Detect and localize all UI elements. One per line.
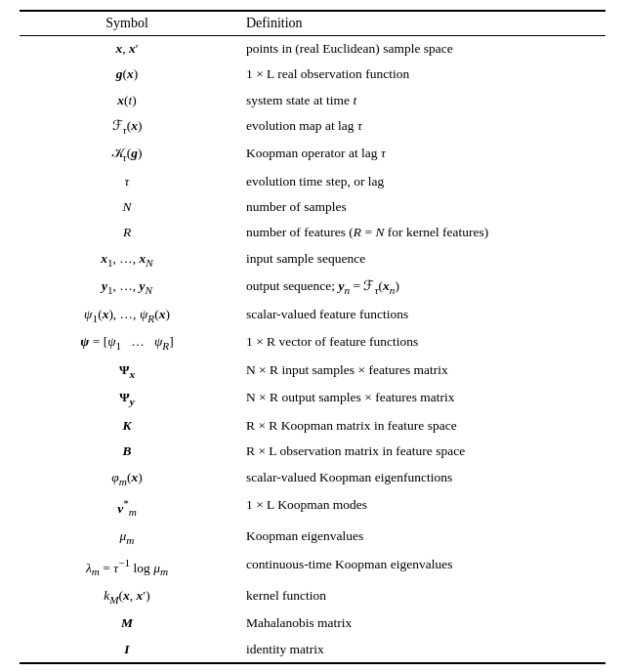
- table-row-definition: 1 × R vector of feature functions: [234, 329, 605, 357]
- table-row-definition: output sequence; yn = ℱτ(xn): [234, 273, 605, 302]
- table-row-symbol: ψ1(x), …, ψR(x): [20, 302, 234, 330]
- table-row-symbol: R: [20, 220, 234, 245]
- table-row-definition: continuous-time Koopman eigenvalues: [234, 552, 605, 583]
- table-row-definition: points in (real Euclidean) sample space: [234, 36, 605, 63]
- table-row-symbol: K: [20, 413, 234, 439]
- table-row-symbol: φm(x): [20, 465, 234, 493]
- table-row-symbol: ψ = [ψ1 … ψR]: [20, 329, 234, 357]
- table-row-symbol: M: [20, 610, 234, 636]
- table-row-symbol: λm = τ−1 log μm: [20, 552, 234, 583]
- table-row-definition: number of features (R = N for kernel fea…: [234, 220, 605, 245]
- table-row-symbol: x(t): [20, 88, 234, 113]
- table-row-definition: identity matrix: [234, 637, 605, 663]
- table-row-definition: Koopman eigenvalues: [234, 524, 605, 552]
- table-row-symbol: Ψx: [20, 357, 234, 386]
- table-row-symbol: B: [20, 439, 234, 464]
- table-row-symbol: v*m: [20, 492, 234, 524]
- table-row-definition: scalar-valued Koopman eigenfunctions: [234, 465, 605, 493]
- table-row-definition: system state at time t: [234, 88, 605, 113]
- table-row-definition: evolution map at lag τ: [234, 113, 605, 142]
- notation-table-container: Symbol Definition x, x′points in (real E…: [20, 10, 605, 664]
- table-row-definition: R × L observation matrix in feature spac…: [234, 439, 605, 464]
- table-row-definition: R × R Koopman matrix in feature space: [234, 413, 605, 439]
- table-row-symbol: 𝒦τ(g): [20, 141, 234, 169]
- table-row-definition: evolution time step, or lag: [234, 169, 605, 194]
- table-row-symbol: Ψy: [20, 385, 234, 413]
- table-row-definition: kernel function: [234, 583, 605, 611]
- table-row-definition: number of samples: [234, 194, 605, 220]
- table-row-definition: 1 × L real observation function: [234, 62, 605, 87]
- table-row-definition: input sample sequence: [234, 246, 605, 274]
- table-row-symbol: x1, …, xN: [20, 246, 234, 274]
- table-row-definition: Koopman operator at lag τ: [234, 141, 605, 169]
- table-row-definition: N × R output samples × features matrix: [234, 385, 605, 413]
- notation-table: Symbol Definition x, x′points in (real E…: [20, 10, 605, 664]
- table-row-symbol: I: [20, 637, 234, 663]
- table-row-definition: scalar-valued feature functions: [234, 302, 605, 330]
- table-row-symbol: ℱτ(x): [20, 113, 234, 142]
- table-row-symbol: μm: [20, 524, 234, 552]
- table-row-symbol: x, x′: [20, 36, 234, 63]
- table-row-symbol: N: [20, 194, 234, 220]
- table-row-symbol: τ: [20, 169, 234, 194]
- table-row-definition: Mahalanobis matrix: [234, 610, 605, 636]
- table-row-symbol: y1, …, yN: [20, 273, 234, 302]
- col-header-symbol: Symbol: [20, 11, 234, 36]
- table-row-symbol: kM(x, x′): [20, 583, 234, 611]
- table-row-definition: N × R input samples × features matrix: [234, 357, 605, 386]
- col-header-definition: Definition: [234, 11, 605, 36]
- table-row-symbol: g(x): [20, 62, 234, 87]
- table-row-definition: 1 × L Koopman modes: [234, 492, 605, 524]
